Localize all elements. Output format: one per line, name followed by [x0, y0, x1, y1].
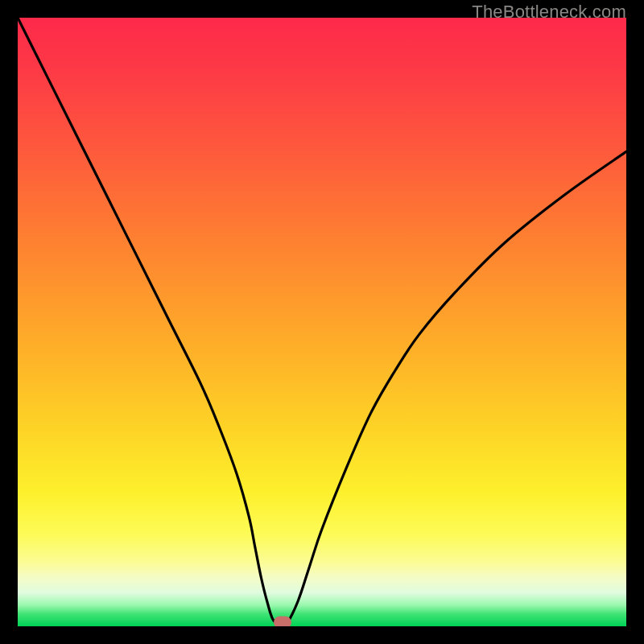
outer-frame: TheBottleneck.com — [0, 0, 644, 644]
bottleneck-curve — [18, 18, 626, 626]
plot-area — [18, 18, 626, 626]
optimal-marker — [274, 617, 291, 627]
